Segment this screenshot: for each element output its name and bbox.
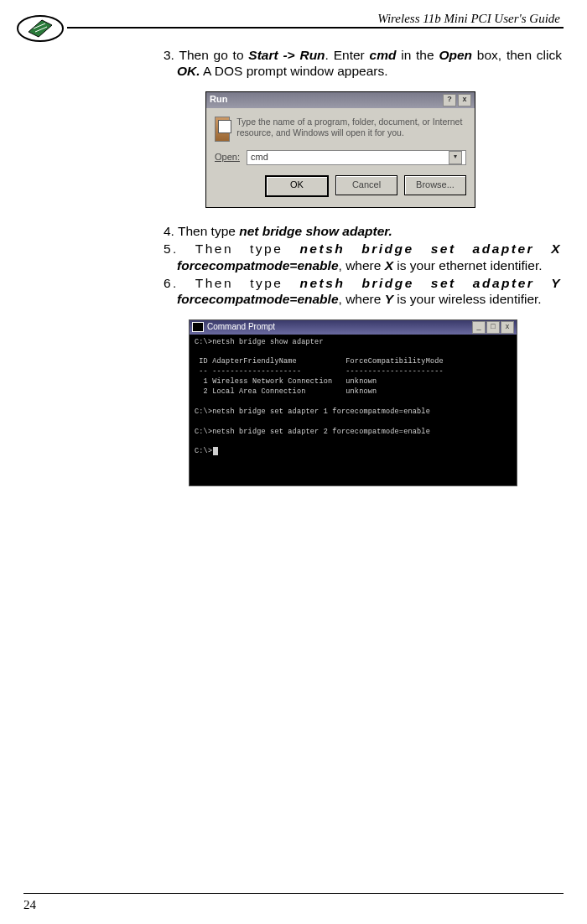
step-5: 5. Then type netsh bridge set adapter X … <box>164 241 562 273</box>
cmd-line: ID AdapterFriendlyName ForceCompatibilit… <box>195 357 444 366</box>
text: 5. Then type <box>164 241 299 256</box>
cmd-title-text: Command Prompt <box>207 322 275 333</box>
content: 3. Then go to Start -> Run. Enter cmd in… <box>164 47 562 501</box>
text-bold: cmd <box>370 48 397 62</box>
cmd-line: 1 Wireless Network Connection unknown <box>195 377 377 386</box>
open-input-value: cmd <box>251 152 268 164</box>
minimize-button[interactable]: _ <box>472 321 486 334</box>
text-bold: Y <box>385 292 393 306</box>
text: . Enter <box>325 48 370 62</box>
step-4: 4. Then type net bridge show adapter. <box>164 223 562 239</box>
figure-run-dialog: Run ? x Type the name of a program, fold… <box>205 91 562 208</box>
close-button[interactable]: x <box>501 321 514 334</box>
text-bold: forcecompatmode=enable <box>177 292 339 306</box>
cancel-button[interactable]: Cancel <box>335 175 397 195</box>
text-bold: Start -> Run <box>248 48 325 62</box>
cmd-line: -- -------------------- ----------------… <box>195 367 444 376</box>
header-rule <box>67 27 564 29</box>
text-bold: forcecompatmode=enable <box>177 258 339 273</box>
text: is your wireless identifier. <box>393 292 542 306</box>
browse-button[interactable]: Browse... <box>404 175 466 195</box>
ok-button[interactable]: OK <box>265 175 329 197</box>
maximize-button[interactable]: □ <box>486 321 500 334</box>
cmd-line: C:\> <box>195 447 212 455</box>
text-bold: netsh bridge set adapter Y <box>300 276 562 290</box>
text-bold: OK. <box>177 64 200 78</box>
text: , where <box>339 292 385 306</box>
cmd-titlebar: Command Prompt _ □ x <box>190 320 517 335</box>
run-title-text: Run <box>210 94 227 106</box>
dropdown-arrow-icon[interactable]: ▾ <box>449 151 462 164</box>
cmd-line: 2 Local Area Connection unknown <box>195 387 377 396</box>
text: 3. Then go to <box>164 48 248 62</box>
cmd-body: C:\>netsh bridge show adapter ID Adapter… <box>190 335 517 485</box>
text-bold: net bridge show adapter. <box>239 224 392 238</box>
close-button[interactable]: x <box>458 94 471 106</box>
cursor-icon <box>213 447 218 455</box>
cmd-line: C:\>netsh bridge show adapter <box>195 338 324 346</box>
text: 6. Then type <box>164 276 300 290</box>
logo <box>17 15 64 42</box>
figure-command-prompt: Command Prompt _ □ x C:\>netsh bridge sh… <box>189 319 562 486</box>
page-number: 24 <box>23 898 36 912</box>
text: , where <box>339 258 385 273</box>
text-bold: Open <box>439 48 472 62</box>
command-prompt-window: Command Prompt _ □ x C:\>netsh bridge sh… <box>189 319 517 486</box>
run-titlebar: Run ? x <box>206 92 475 108</box>
cmd-icon <box>192 322 204 332</box>
cmd-line: C:\>netsh bridge set adapter 2 forcecomp… <box>195 428 430 436</box>
step-3: 3. Then go to Start -> Run. Enter cmd in… <box>164 47 562 80</box>
cmd-line: C:\>netsh bridge set adapter 1 forcecomp… <box>195 407 430 416</box>
footer-rule <box>23 893 564 895</box>
step-6: 6. Then type netsh bridge set adapter Y … <box>164 275 562 308</box>
text-bold: netsh bridge set adapter X <box>299 241 562 256</box>
header-title: Wireless 11b Mini PCI User's Guide <box>377 12 560 26</box>
open-label: Open: <box>215 152 240 164</box>
text-bold: X <box>385 258 393 273</box>
text: 4. Then type <box>164 224 239 238</box>
text: box, then click <box>472 48 562 62</box>
run-icon <box>215 117 230 142</box>
text: in the <box>396 48 439 62</box>
run-dialog: Run ? x Type the name of a program, fold… <box>205 91 475 208</box>
run-description: Type the name of a program, folder, docu… <box>236 117 466 138</box>
open-input[interactable]: cmd ▾ <box>247 150 466 165</box>
text: A DOS prompt window appears. <box>200 64 388 78</box>
svg-marker-1 <box>29 20 52 37</box>
help-button[interactable]: ? <box>443 94 456 106</box>
text: is your ethernet identifier. <box>393 258 543 273</box>
